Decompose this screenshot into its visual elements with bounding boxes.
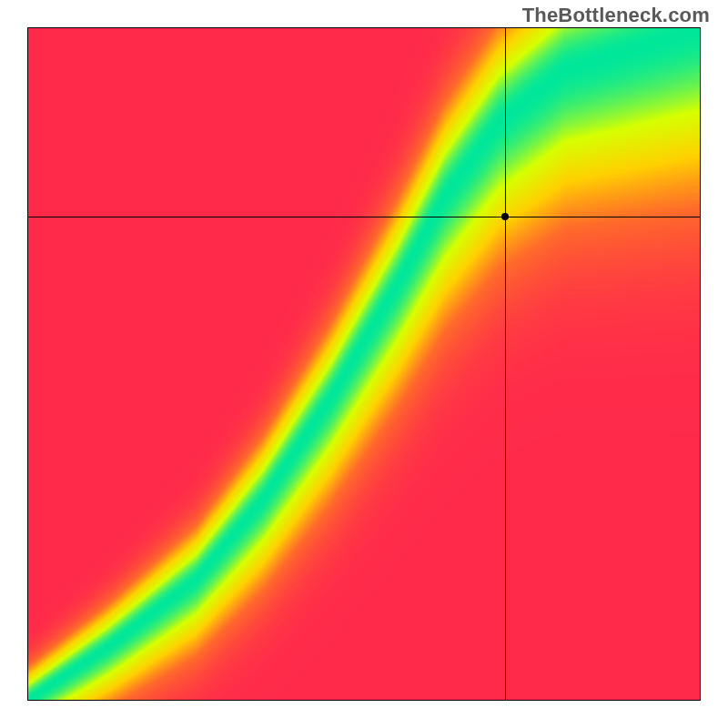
crosshair-vertical — [505, 28, 506, 700]
marker-dot — [501, 213, 509, 220]
crosshair-horizontal — [28, 217, 700, 217]
plot-area — [27, 27, 701, 701]
watermark-text: TheBottleneck.com — [522, 4, 710, 27]
heatmap-canvas — [28, 28, 700, 700]
chart-container: TheBottleneck.com — [0, 0, 728, 728]
